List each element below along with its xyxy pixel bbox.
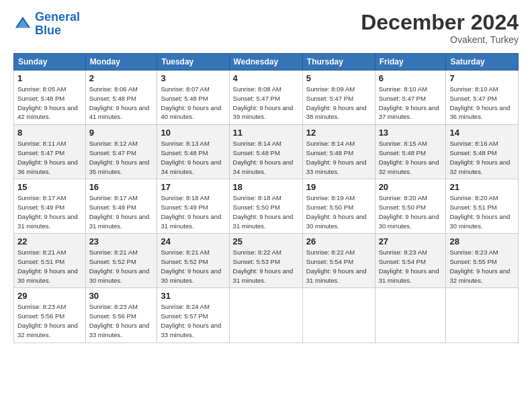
page-container: GeneralBlue December 2024 Ovakent, Turke… xyxy=(0,0,532,350)
day-info: Sunrise: 8:08 AMSunset: 5:47 PMDaylight:… xyxy=(233,85,294,120)
col-header-monday: Monday xyxy=(85,54,157,71)
day-cell: 31 Sunrise: 8:24 AMSunset: 5:57 PMDaylig… xyxy=(157,288,229,342)
col-header-tuesday: Tuesday xyxy=(157,54,229,71)
day-cell: 14 Sunrise: 8:16 AMSunset: 5:48 PMDaylig… xyxy=(446,125,519,179)
day-cell: 7 Sunrise: 8:10 AMSunset: 5:47 PMDayligh… xyxy=(446,71,519,125)
day-cell: 19 Sunrise: 8:19 AMSunset: 5:50 PMDaylig… xyxy=(302,179,375,234)
day-cell: 6 Sunrise: 8:10 AMSunset: 5:47 PMDayligh… xyxy=(375,71,446,125)
day-number: 15 xyxy=(17,182,82,192)
day-number: 9 xyxy=(89,128,154,138)
day-number: 7 xyxy=(449,73,515,83)
day-info: Sunrise: 8:22 AMSunset: 5:53 PMDaylight:… xyxy=(233,248,294,283)
day-number: 30 xyxy=(89,291,154,301)
day-info: Sunrise: 8:19 AMSunset: 5:50 PMDaylight:… xyxy=(306,194,367,229)
day-cell: 29 Sunrise: 8:23 AMSunset: 5:56 PMDaylig… xyxy=(14,288,86,342)
day-info: Sunrise: 8:21 AMSunset: 5:52 PMDaylight:… xyxy=(89,248,150,283)
day-cell: 22 Sunrise: 8:21 AMSunset: 5:51 PMDaylig… xyxy=(14,234,86,288)
day-cell: 28 Sunrise: 8:23 AMSunset: 5:55 PMDaylig… xyxy=(446,234,519,288)
day-info: Sunrise: 8:18 AMSunset: 5:50 PMDaylight:… xyxy=(233,194,294,229)
day-info: Sunrise: 8:06 AMSunset: 5:48 PMDaylight:… xyxy=(89,85,150,120)
day-number: 12 xyxy=(306,128,371,138)
day-cell: 30 Sunrise: 8:23 AMSunset: 5:56 PMDaylig… xyxy=(85,288,157,342)
day-number: 10 xyxy=(161,128,225,138)
week-row-3: 15 Sunrise: 8:17 AMSunset: 5:49 PMDaylig… xyxy=(14,179,519,234)
day-cell xyxy=(302,288,375,342)
calendar-table: SundayMondayTuesdayWednesdayThursdayFrid… xyxy=(13,53,519,342)
day-number: 23 xyxy=(89,236,154,246)
day-cell: 1 Sunrise: 8:05 AMSunset: 5:48 PMDayligh… xyxy=(14,71,86,125)
day-cell: 15 Sunrise: 8:17 AMSunset: 5:49 PMDaylig… xyxy=(14,179,86,234)
day-number: 5 xyxy=(306,73,371,83)
day-number: 6 xyxy=(379,73,443,83)
col-header-wednesday: Wednesday xyxy=(229,54,302,71)
day-info: Sunrise: 8:16 AMSunset: 5:48 PMDaylight:… xyxy=(449,140,510,175)
day-cell: 27 Sunrise: 8:23 AMSunset: 5:54 PMDaylig… xyxy=(375,234,446,288)
day-number: 26 xyxy=(306,236,371,246)
day-cell: 16 Sunrise: 8:17 AMSunset: 5:49 PMDaylig… xyxy=(85,179,157,234)
day-cell: 25 Sunrise: 8:22 AMSunset: 5:53 PMDaylig… xyxy=(229,234,302,288)
day-info: Sunrise: 8:10 AMSunset: 5:47 PMDaylight:… xyxy=(449,85,510,120)
day-info: Sunrise: 8:09 AMSunset: 5:47 PMDaylight:… xyxy=(306,85,367,120)
day-info: Sunrise: 8:21 AMSunset: 5:51 PMDaylight:… xyxy=(17,248,78,283)
day-number: 22 xyxy=(17,236,82,246)
day-info: Sunrise: 8:14 AMSunset: 5:48 PMDaylight:… xyxy=(306,140,367,175)
day-number: 29 xyxy=(17,291,82,301)
day-info: Sunrise: 8:23 AMSunset: 5:54 PMDaylight:… xyxy=(379,248,439,283)
day-info: Sunrise: 8:15 AMSunset: 5:48 PMDaylight:… xyxy=(379,140,439,175)
day-info: Sunrise: 8:23 AMSunset: 5:56 PMDaylight:… xyxy=(89,303,150,338)
logo: GeneralBlue xyxy=(13,11,80,38)
day-cell: 11 Sunrise: 8:14 AMSunset: 5:48 PMDaylig… xyxy=(229,125,302,179)
day-cell xyxy=(446,288,519,342)
week-row-2: 8 Sunrise: 8:11 AMSunset: 5:47 PMDayligh… xyxy=(14,125,519,179)
header: GeneralBlue December 2024 Ovakent, Turke… xyxy=(13,11,519,45)
day-info: Sunrise: 8:20 AMSunset: 5:50 PMDaylight:… xyxy=(379,194,439,229)
col-header-thursday: Thursday xyxy=(302,54,375,71)
day-number: 17 xyxy=(161,182,225,192)
title-block: December 2024 Ovakent, Turkey xyxy=(361,11,519,45)
day-number: 19 xyxy=(306,182,371,192)
day-number: 20 xyxy=(379,182,443,192)
header-row: SundayMondayTuesdayWednesdayThursdayFrid… xyxy=(14,54,519,71)
day-info: Sunrise: 8:10 AMSunset: 5:47 PMDaylight:… xyxy=(379,85,439,120)
day-number: 11 xyxy=(233,128,299,138)
logo-text: GeneralBlue xyxy=(35,11,80,38)
day-info: Sunrise: 8:11 AMSunset: 5:47 PMDaylight:… xyxy=(17,140,78,175)
day-cell: 4 Sunrise: 8:08 AMSunset: 5:47 PMDayligh… xyxy=(229,71,302,125)
day-number: 24 xyxy=(161,236,225,246)
day-info: Sunrise: 8:13 AMSunset: 5:48 PMDaylight:… xyxy=(161,140,221,175)
day-number: 4 xyxy=(233,73,299,83)
week-row-5: 29 Sunrise: 8:23 AMSunset: 5:56 PMDaylig… xyxy=(14,288,519,342)
day-info: Sunrise: 8:14 AMSunset: 5:48 PMDaylight:… xyxy=(233,140,294,175)
day-cell: 21 Sunrise: 8:20 AMSunset: 5:51 PMDaylig… xyxy=(446,179,519,234)
day-number: 27 xyxy=(379,236,443,246)
day-cell xyxy=(229,288,302,342)
day-number: 14 xyxy=(449,128,515,138)
day-number: 28 xyxy=(449,236,515,246)
day-cell: 5 Sunrise: 8:09 AMSunset: 5:47 PMDayligh… xyxy=(302,71,375,125)
day-number: 18 xyxy=(233,182,299,192)
day-info: Sunrise: 8:23 AMSunset: 5:56 PMDaylight:… xyxy=(17,303,78,338)
col-header-sunday: Sunday xyxy=(14,54,86,71)
day-cell: 20 Sunrise: 8:20 AMSunset: 5:50 PMDaylig… xyxy=(375,179,446,234)
day-info: Sunrise: 8:23 AMSunset: 5:55 PMDaylight:… xyxy=(449,248,510,283)
day-number: 31 xyxy=(161,291,225,301)
day-cell: 12 Sunrise: 8:14 AMSunset: 5:48 PMDaylig… xyxy=(302,125,375,179)
day-cell: 17 Sunrise: 8:18 AMSunset: 5:49 PMDaylig… xyxy=(157,179,229,234)
day-info: Sunrise: 8:17 AMSunset: 5:49 PMDaylight:… xyxy=(89,194,150,229)
day-cell xyxy=(375,288,446,342)
day-cell: 18 Sunrise: 8:18 AMSunset: 5:50 PMDaylig… xyxy=(229,179,302,234)
day-cell: 2 Sunrise: 8:06 AMSunset: 5:48 PMDayligh… xyxy=(85,71,157,125)
day-number: 13 xyxy=(379,128,443,138)
day-number: 2 xyxy=(89,73,154,83)
week-row-1: 1 Sunrise: 8:05 AMSunset: 5:48 PMDayligh… xyxy=(14,71,519,125)
day-info: Sunrise: 8:21 AMSunset: 5:52 PMDaylight:… xyxy=(161,248,221,283)
day-info: Sunrise: 8:24 AMSunset: 5:57 PMDaylight:… xyxy=(161,303,221,338)
day-info: Sunrise: 8:17 AMSunset: 5:49 PMDaylight:… xyxy=(17,194,78,229)
day-cell: 26 Sunrise: 8:22 AMSunset: 5:54 PMDaylig… xyxy=(302,234,375,288)
col-header-saturday: Saturday xyxy=(446,54,519,71)
day-number: 3 xyxy=(161,73,225,83)
week-row-4: 22 Sunrise: 8:21 AMSunset: 5:51 PMDaylig… xyxy=(14,234,519,288)
day-number: 8 xyxy=(17,128,82,138)
subtitle: Ovakent, Turkey xyxy=(361,34,519,45)
month-title: December 2024 xyxy=(361,11,519,34)
